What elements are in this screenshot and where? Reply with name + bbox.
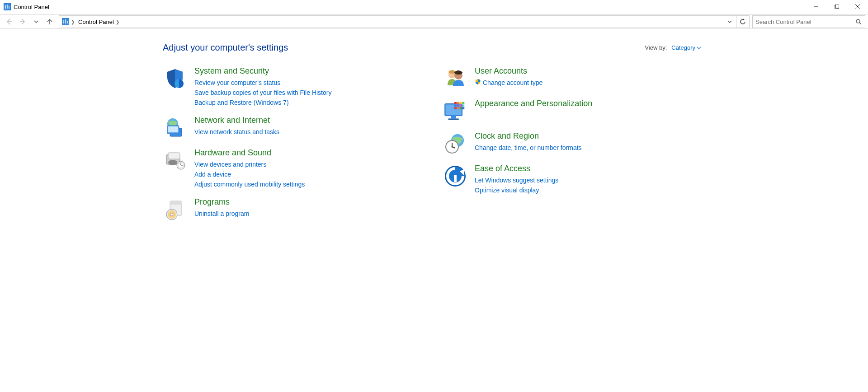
category-text: System and SecurityReview your computer'… <box>194 66 331 107</box>
svg-rect-6 <box>835 5 839 8</box>
window-title: Control Panel <box>14 4 49 10</box>
svg-rect-22 <box>168 126 178 132</box>
forward-button[interactable] <box>16 15 29 28</box>
category-link[interactable]: Optimize visual display <box>475 185 558 195</box>
address-bar[interactable]: ❯ Control Panel ❯ <box>59 15 750 28</box>
category-column-left: System and SecurityReview your computer'… <box>163 66 425 230</box>
maximize-button[interactable] <box>826 0 847 14</box>
appearance-icon[interactable] <box>443 99 467 123</box>
category-link-text: Adjust commonly used mobility settings <box>194 179 305 189</box>
navigation-bar: ❯ Control Panel ❯ <box>0 14 868 29</box>
svg-rect-2 <box>7 5 8 9</box>
category-title[interactable]: Hardware and Sound <box>194 148 305 158</box>
control-panel-app-icon <box>4 3 11 10</box>
chevron-right-icon[interactable]: ❯ <box>116 19 119 24</box>
category-item: System and SecurityReview your computer'… <box>163 66 425 107</box>
svg-line-17 <box>859 23 861 24</box>
view-by-dropdown[interactable]: Category <box>671 44 701 51</box>
svg-rect-15 <box>67 21 68 23</box>
category-title[interactable]: Network and Internet <box>194 116 279 125</box>
hardware-sound-icon[interactable] <box>163 148 187 173</box>
minimize-button[interactable] <box>806 0 826 14</box>
network-internet-icon[interactable] <box>163 116 187 140</box>
category-title[interactable]: Clock and Region <box>475 131 582 141</box>
refresh-button[interactable] <box>736 16 749 28</box>
ease-of-access-icon[interactable] <box>443 164 467 188</box>
breadcrumb-control-panel[interactable]: Control Panel ❯ <box>77 19 120 25</box>
svg-rect-62 <box>454 175 457 182</box>
category-text: Hardware and SoundView devices and print… <box>194 148 305 189</box>
chevron-down-icon <box>697 46 701 50</box>
category-link-text: View devices and printers <box>194 159 266 169</box>
svg-rect-44 <box>460 102 462 104</box>
category-item: ProgramsUninstall a program <box>163 197 425 222</box>
search-icon[interactable] <box>854 19 863 25</box>
category-link-text: Change date, time, or number formats <box>475 143 582 153</box>
clock-region-icon[interactable] <box>443 131 467 156</box>
system-security-icon[interactable] <box>163 66 187 91</box>
svg-rect-40 <box>451 116 456 119</box>
breadcrumb-label: Control Panel <box>78 19 114 25</box>
category-link-text: Backup and Restore (Windows 7) <box>194 98 289 107</box>
search-input[interactable] <box>755 18 854 26</box>
category-text: ProgramsUninstall a program <box>194 197 249 222</box>
view-by-control: View by: Category <box>645 44 701 51</box>
category-link[interactable]: Change date, time, or number formats <box>475 143 582 153</box>
svg-point-59 <box>452 146 453 148</box>
page-heading: Adjust your computer's settings <box>163 42 288 53</box>
view-by-value: Category <box>671 44 695 51</box>
category-link-text: Add a device <box>194 169 231 179</box>
category-text: User Accounts Change account type <box>475 66 542 91</box>
breadcrumb-root[interactable]: ❯ <box>61 18 75 25</box>
category-link-text: Review your computer's status <box>194 78 280 88</box>
category-title[interactable]: Programs <box>194 197 249 207</box>
category-title[interactable]: Ease of Access <box>475 164 558 173</box>
category-item: Ease of AccessLet Windows suggest settin… <box>443 164 705 195</box>
category-title[interactable]: Appearance and Personalization <box>475 99 592 108</box>
category-link-text: Change account type <box>483 78 542 88</box>
category-link[interactable]: Let Windows suggest settings <box>475 175 558 185</box>
category-link[interactable]: Uninstall a program <box>194 209 249 219</box>
category-title[interactable]: User Accounts <box>475 66 542 76</box>
category-item: Appearance and Personalization <box>443 99 705 123</box>
category-link[interactable]: Backup and Restore (Windows 7) <box>194 98 331 107</box>
category-link-text: Uninstall a program <box>194 209 249 219</box>
recent-locations-dropdown[interactable] <box>30 15 42 28</box>
svg-rect-24 <box>168 153 180 159</box>
control-panel-icon <box>62 18 69 25</box>
category-text: Ease of AccessLet Windows suggest settin… <box>475 164 558 195</box>
svg-rect-47 <box>457 105 459 107</box>
svg-rect-53 <box>462 107 464 109</box>
category-text: Network and InternetView network status … <box>194 116 279 140</box>
category-link[interactable]: View network status and tasks <box>194 127 279 137</box>
programs-icon[interactable] <box>163 197 187 222</box>
chevron-right-icon[interactable]: ❯ <box>71 19 75 24</box>
svg-point-25 <box>168 160 177 165</box>
back-button[interactable] <box>3 15 15 28</box>
svg-rect-45 <box>462 102 464 104</box>
content-area: Adjust your computer's settings View by:… <box>0 29 868 230</box>
close-button[interactable] <box>847 0 868 14</box>
category-link[interactable]: Review your computer's status <box>194 78 331 88</box>
category-item: Network and InternetView network status … <box>163 116 425 140</box>
category-link[interactable]: View devices and printers <box>194 159 305 169</box>
title-bar: Control Panel <box>0 0 868 14</box>
svg-point-35 <box>170 213 173 216</box>
category-link[interactable]: Adjust commonly used mobility settings <box>194 179 305 189</box>
user-accounts-icon[interactable] <box>443 66 467 91</box>
svg-rect-50 <box>454 107 457 109</box>
up-button[interactable] <box>43 15 56 28</box>
category-link[interactable]: Save backup copies of your files with Fi… <box>194 88 331 98</box>
category-link-text: Let Windows suggest settings <box>475 175 558 185</box>
address-dropdown-button[interactable] <box>723 16 736 28</box>
category-link[interactable]: Change account type <box>475 78 542 88</box>
svg-rect-49 <box>462 105 464 107</box>
category-link[interactable]: Add a device <box>194 169 305 179</box>
search-box[interactable] <box>752 15 865 28</box>
svg-rect-1 <box>5 5 6 9</box>
svg-rect-3 <box>9 6 9 9</box>
svg-rect-41 <box>448 118 459 120</box>
category-item: Clock and RegionChange date, time, or nu… <box>443 131 705 156</box>
category-title[interactable]: System and Security <box>194 66 331 76</box>
category-item: Hardware and SoundView devices and print… <box>163 148 425 189</box>
